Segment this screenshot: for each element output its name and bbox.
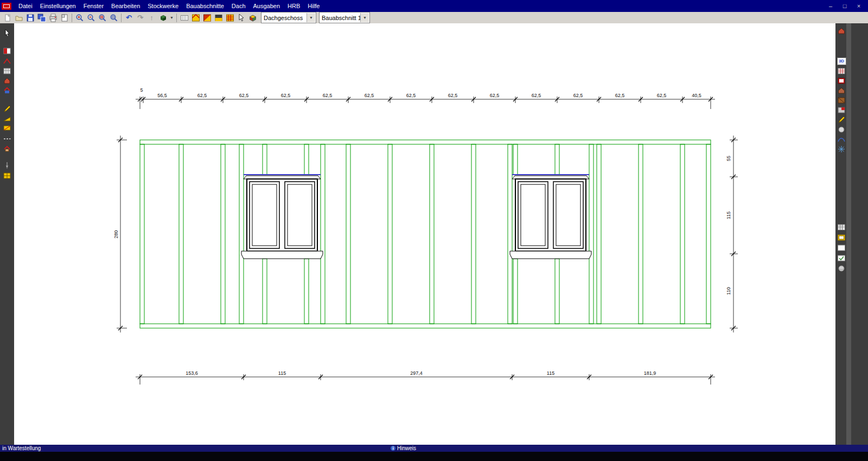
redo-button[interactable]: ↷ <box>135 13 146 23</box>
select-mode-button[interactable] <box>236 13 247 23</box>
dimension-label: 62,5 <box>573 93 583 98</box>
window-glass <box>252 184 277 246</box>
house-tool-button[interactable] <box>2 76 12 85</box>
house-small-button[interactable] <box>837 86 846 95</box>
pencil-small-button[interactable] <box>837 115 846 124</box>
stud <box>388 144 392 324</box>
close-button[interactable]: × <box>855 3 863 9</box>
menu-item-bauabschnitte[interactable]: Bauabschnitte <box>182 2 228 10</box>
status-hint-text: Hinweis <box>397 445 416 452</box>
project-house-button[interactable] <box>837 26 846 35</box>
stud <box>597 144 601 324</box>
stud-lower <box>263 259 267 324</box>
menu-item-stockwerke[interactable]: Stockwerke <box>144 2 182 10</box>
layer-roof-button[interactable] <box>190 13 201 23</box>
zoom-in-button[interactable] <box>74 13 85 23</box>
wedge-tool-button[interactable] <box>2 114 12 123</box>
menu-item-fenster[interactable]: Fenster <box>80 2 107 10</box>
zoom-out-button[interactable] <box>86 13 97 23</box>
dimension-label: 181,9 <box>644 370 656 376</box>
section-select-value: Bauabschnitt 1 <box>320 15 361 21</box>
stud <box>680 144 685 324</box>
split-panel-tool-button[interactable] <box>2 46 12 55</box>
maximize-button[interactable]: □ <box>841 3 848 9</box>
left-dimension: 280 <box>113 136 127 332</box>
layer-beam-button[interactable] <box>213 13 224 23</box>
dimension-label: 5 <box>140 87 143 93</box>
window-sill <box>241 251 323 259</box>
snowflake-button[interactable] <box>837 144 846 153</box>
timber-box-button[interactable] <box>837 95 846 105</box>
3d-view-badge-button[interactable]: 3D <box>837 56 846 66</box>
hand-roof-tool-button[interactable] <box>2 144 12 153</box>
pencil-tool-button[interactable] <box>2 104 12 113</box>
red-panel-button[interactable] <box>837 76 846 85</box>
view-3d-button[interactable] <box>247 13 258 23</box>
sphere-button[interactable] <box>837 264 846 273</box>
bottom-dimension-chain: 153,6115297,4115181,9 <box>136 370 715 385</box>
toolbar-separator <box>121 14 122 22</box>
storey-select[interactable]: Dachgeschoss ▼ <box>261 12 316 23</box>
stud <box>471 144 476 324</box>
window-panel-button[interactable] <box>837 233 846 242</box>
undo-button[interactable]: ↶ <box>124 13 135 23</box>
menu-item-einstellungen[interactable]: Einstellungen <box>36 2 80 10</box>
eraser-button[interactable] <box>837 125 846 134</box>
zoom-window-button[interactable] <box>97 13 108 23</box>
stud <box>706 144 711 324</box>
section-select-caret-icon[interactable]: ▼ <box>360 13 369 22</box>
dashed-line-tool-button[interactable] <box>2 134 12 143</box>
layer-wall-button[interactable] <box>202 13 213 23</box>
red-grid-button[interactable] <box>837 66 846 75</box>
wall-view-button[interactable] <box>179 13 190 23</box>
section-select[interactable]: Bauabschnitt 1 ▼ <box>319 12 370 23</box>
dimension-label: 62,5 <box>615 93 625 98</box>
stud-lower <box>513 259 518 324</box>
menu-item-ausgaben[interactable]: Ausgaben <box>250 2 284 10</box>
print-button[interactable] <box>48 13 59 23</box>
stud-lower <box>555 259 559 324</box>
check-panel-button[interactable] <box>837 253 846 262</box>
open-file-button[interactable] <box>14 13 24 23</box>
stud <box>430 144 434 324</box>
storey-house-tool-button[interactable] <box>2 86 12 95</box>
top-plate <box>140 140 711 144</box>
menu-item-datei[interactable]: Datei <box>15 2 36 10</box>
hatch-tool-button[interactable] <box>2 123 12 132</box>
plumb-tool-button[interactable] <box>2 161 12 170</box>
panel-grid-tool-button[interactable] <box>2 171 12 180</box>
main-toolbar: ↶↷↑▼ Dachgeschoss ▼ Bauabschnitt 1 ▼ <box>0 12 868 24</box>
dimension-label: 55 <box>726 156 731 161</box>
storey-select-caret-icon[interactable]: ▼ <box>307 13 315 22</box>
grid-tool-button[interactable] <box>2 66 12 75</box>
display-mode-cube-button[interactable] <box>158 13 169 23</box>
menu-item-bearbeiten[interactable]: Bearbeiten <box>107 2 144 10</box>
roof-tool-button[interactable] <box>2 56 12 66</box>
save-button[interactable] <box>25 13 36 23</box>
menubar-menus: DateiEinstellungenFensterBearbeitenStock… <box>15 2 323 10</box>
layer-panel-button[interactable] <box>225 13 235 23</box>
drawing-area[interactable]: 556,562,562,562,562,562,562,562,562,562,… <box>14 23 835 445</box>
save-all-button[interactable] <box>36 13 47 23</box>
menu-item-dach[interactable]: Dach <box>228 2 250 10</box>
stud-upper <box>513 144 518 175</box>
display-mode-caret-button[interactable]: ▼ <box>169 13 175 23</box>
white-panel-button[interactable] <box>837 243 846 252</box>
minimize-button[interactable]: – <box>827 3 834 9</box>
pointer-tool-button[interactable] <box>2 28 12 37</box>
stud-lower <box>304 259 309 324</box>
curve-button[interactable] <box>837 135 846 144</box>
status-hint: i Hinweis <box>391 445 416 452</box>
gray-red-button[interactable] <box>837 105 846 114</box>
menu-item-hilfe[interactable]: Hilfe <box>304 2 323 10</box>
window-controls: – □ × <box>827 3 868 9</box>
dimension-label: 56,5 <box>157 93 167 98</box>
zoom-fit-button[interactable] <box>108 13 119 23</box>
dimension-label: 62,5 <box>239 93 249 98</box>
table-grid-button[interactable] <box>837 222 846 232</box>
new-file-button[interactable] <box>2 13 13 23</box>
toolbar-separator <box>176 14 177 22</box>
menu-item-hrb[interactable]: HRB <box>284 2 304 10</box>
pan-view-button[interactable]: ↑ <box>146 13 157 23</box>
print-preview-button[interactable] <box>59 13 70 23</box>
